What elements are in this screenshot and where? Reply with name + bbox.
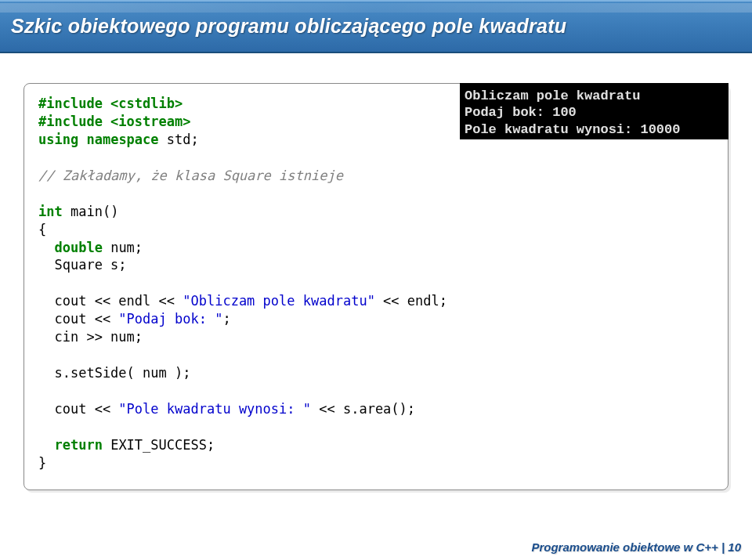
code-cout2a: cout <<: [38, 311, 118, 327]
code-box: #include <cstdlib> #include <iostream> u…: [24, 83, 728, 490]
header-band: Szkic obiektowego programu obliczającego…: [0, 0, 752, 53]
code-return-tail: EXIT_SUCCESS;: [103, 437, 215, 453]
code-int-kw: int: [38, 204, 63, 219]
terminal-line1: Obliczam pole kwadratu: [465, 89, 640, 103]
code-cout2b: ;: [222, 311, 230, 327]
code-cout1b: << endl;: [375, 293, 447, 309]
code-cout2-str: "Podaj bok: ": [118, 311, 222, 327]
terminal-line2: Podaj bok: 100: [465, 105, 577, 120]
code-main-sig: main(): [63, 204, 119, 219]
code-lbrace: {: [38, 222, 46, 237]
code-return-kw: return: [54, 437, 102, 453]
code-num-decl: num;: [103, 240, 143, 255]
code-namespace-kw: namespace: [86, 132, 158, 147]
code-std: std;: [159, 132, 199, 147]
code-cout1a: cout << endl <<: [38, 293, 183, 309]
code-double-kw: double: [54, 240, 102, 255]
slide-title: Szkic obiektowego programu obliczającego…: [11, 15, 566, 38]
code-cout3b: << s.area();: [311, 401, 415, 417]
code-cout1-str: "Obliczam pole kwadratu": [183, 293, 375, 309]
code-include1: #include <cstdlib>: [38, 96, 183, 111]
header-highlight: [0, 3, 752, 13]
code-rbrace: }: [38, 455, 46, 471]
footer-text: Programowanie obiektowe w C++ | 10: [531, 540, 741, 554]
terminal-line3: Pole kwadratu wynosi: 10000: [465, 122, 680, 137]
code-comment: // Zakładamy, że klasa Square istnieje: [38, 168, 343, 183]
code-square-decl: Square s;: [38, 257, 127, 273]
code-content: #include <cstdlib> #include <iostream> u…: [38, 95, 714, 472]
code-setside: s.setSide( num );: [38, 365, 190, 381]
code-cout3a: cout <<: [38, 401, 118, 417]
terminal-output: Obliczam pole kwadratu Podaj bok: 100 Po…: [460, 83, 728, 139]
code-using-kw: using: [38, 132, 78, 147]
code-cout3-str: "Pole kwadratu wynosi: ": [118, 401, 311, 417]
code-include2: #include <iostream>: [38, 114, 190, 129]
code-cin: cin >> num;: [38, 329, 143, 345]
